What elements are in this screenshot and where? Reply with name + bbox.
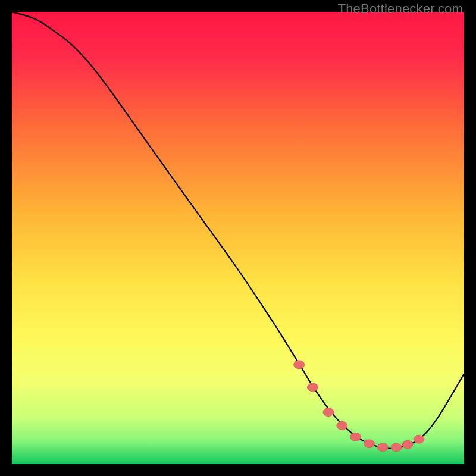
bottleneck-chart — [12, 12, 464, 464]
marker-point — [337, 421, 347, 430]
gradient-background — [12, 12, 464, 464]
marker-point — [402, 440, 413, 449]
marker-point — [377, 443, 388, 452]
marker-point — [414, 435, 424, 443]
watermark-text: TheBottlenecker.com — [338, 1, 463, 17]
marker-point — [307, 383, 318, 392]
marker-point — [294, 361, 305, 369]
marker-point — [364, 440, 374, 448]
marker-point — [350, 433, 361, 441]
marker-point — [323, 408, 334, 416]
chart-frame — [12, 12, 464, 464]
marker-point — [391, 443, 402, 452]
